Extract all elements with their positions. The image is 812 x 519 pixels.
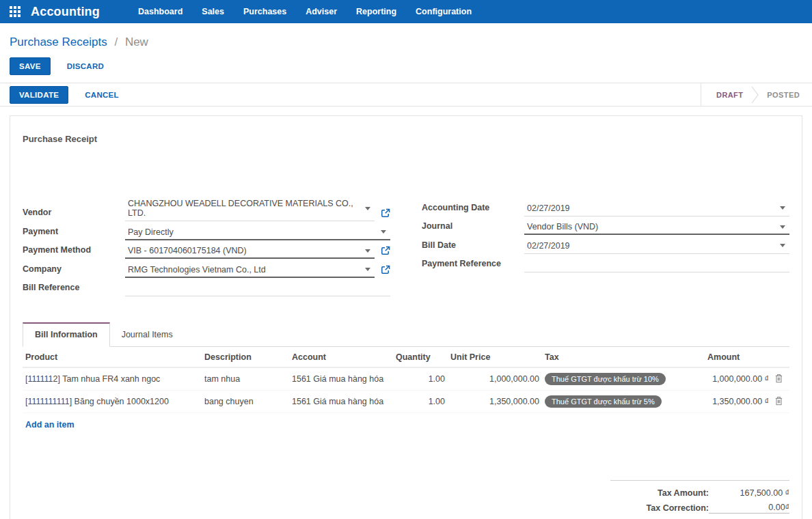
cell-unit-price[interactable]: 1,000,000.00 xyxy=(448,367,542,391)
payment-method-input[interactable]: VIB - 601704060175184 (VND) xyxy=(125,244,375,259)
nav-item-dashboard[interactable]: Dashboard xyxy=(131,7,189,16)
nav-item-adviser[interactable]: Adviser xyxy=(299,7,344,16)
form-left-column: Vendor CHANGZHOU WEADELL DECORATIVE MATE… xyxy=(23,197,390,296)
sheet-title: Purchase Receipt xyxy=(23,134,789,144)
company-label: Company xyxy=(23,264,125,278)
col-header-description[interactable]: Description xyxy=(202,347,289,367)
accounting-date-input[interactable]: 02/27/2019 xyxy=(524,202,789,216)
field-accounting-date: Accounting Date 02/27/2019 xyxy=(422,197,789,216)
apps-grid-icon[interactable] xyxy=(10,6,21,17)
table-row[interactable]: [1111112] Tam nhua FR4 xanh ngoc tam nhu… xyxy=(23,367,789,391)
cell-quantity[interactable]: 1.00 xyxy=(393,367,448,391)
notebook-tabs: Bill Information Journal Items xyxy=(23,322,789,347)
nav-item-reporting[interactable]: Reporting xyxy=(349,7,403,16)
payment-method-dropdown-caret-icon[interactable] xyxy=(365,249,370,253)
company-input[interactable]: RMG Technologies Vietnam Co., Ltd xyxy=(125,264,375,278)
col-header-quantity[interactable]: Quantity xyxy=(393,347,448,367)
payment-reference-label: Payment Reference xyxy=(422,259,524,272)
field-payment: Payment Pay Directly xyxy=(23,221,390,240)
delete-row-icon[interactable] xyxy=(774,374,783,383)
cell-product[interactable]: [1111112] Tam nhua FR4 xanh ngoc xyxy=(23,367,202,391)
tax-correction-input[interactable]: 0.00₫ xyxy=(709,503,789,514)
nav-item-purchases[interactable]: Purchases xyxy=(236,7,293,16)
cell-row-actions xyxy=(772,391,789,413)
nav-item-sales[interactable]: Sales xyxy=(195,7,231,16)
vendor-dropdown-caret-icon[interactable] xyxy=(365,207,370,210)
accounting-date-dropdown-caret-icon[interactable] xyxy=(780,206,785,210)
cell-description[interactable]: bang chuyen xyxy=(202,391,289,413)
journal-select[interactable]: Vendor Bills (VND) xyxy=(524,221,789,235)
field-bill-reference: Bill Reference xyxy=(23,278,390,297)
vendor-label: Vendor xyxy=(23,208,125,221)
tax-amount-value: 167,500.00 ₫ xyxy=(709,488,789,498)
payment-method-label: Payment Method xyxy=(23,245,125,259)
vendor-input[interactable]: CHANGZHOU WEADELL DECORATIVE MATERIALS C… xyxy=(125,197,375,221)
payment-reference-input[interactable] xyxy=(524,258,789,272)
company-dropdown-caret-icon[interactable] xyxy=(365,268,370,271)
payment-method-external-link-icon[interactable] xyxy=(381,246,390,255)
cell-description[interactable]: tam nhua xyxy=(202,367,289,391)
journal-dropdown-caret-icon[interactable] xyxy=(780,225,785,229)
cancel-button[interactable]: CANCEL xyxy=(81,90,123,100)
cell-tax: Thuế GTGT được khấu trừ 10% xyxy=(542,367,705,391)
save-button[interactable]: SAVE xyxy=(10,57,51,75)
statusbar: VALIDATE CANCEL DRAFT POSTED xyxy=(0,83,812,107)
cell-account[interactable]: 1561 Giá mua hàng hóa xyxy=(289,391,393,413)
status-posted[interactable]: POSTED xyxy=(767,91,800,99)
payment-select[interactable]: Pay Directly xyxy=(125,226,390,240)
add-an-item-link[interactable]: Add an item xyxy=(23,413,77,436)
breadcrumb-separator: / xyxy=(114,36,118,48)
breadcrumb-purchase-receipts[interactable]: Purchase Receipts xyxy=(10,36,107,48)
app-title[interactable]: Accounting xyxy=(31,5,100,19)
table-row[interactable]: [1111111111] Băng chuyền 1000x1200 bang … xyxy=(23,391,789,413)
field-company: Company RMG Technologies Vietnam Co., Lt… xyxy=(23,259,390,278)
field-journal: Journal Vendor Bills (VND) xyxy=(422,216,789,236)
cell-amount: 1,000,000.00 ₫ xyxy=(705,367,772,391)
tab-bill-information[interactable]: Bill Information xyxy=(23,322,110,347)
total-row-tax-amount: Tax Amount: 167,500.00 ₫ xyxy=(610,486,789,501)
bill-reference-input[interactable] xyxy=(125,282,390,296)
top-navbar: Accounting Dashboard Sales Purchases Adv… xyxy=(0,0,812,23)
col-header-unit-price[interactable]: Unit Price xyxy=(448,347,542,367)
breadcrumb: Purchase Receipts / New xyxy=(0,23,812,49)
record-actions: SAVE DISCARD xyxy=(0,49,812,83)
cell-quantity[interactable]: 1.00 xyxy=(393,391,448,413)
tax-amount-label: Tax Amount: xyxy=(658,488,709,498)
tax-badge[interactable]: Thuế GTGT được khấu trừ 5% xyxy=(545,395,662,408)
delete-row-icon[interactable] xyxy=(774,396,783,406)
form-sheet: Purchase Receipt Vendor CHANGZHOU WEADEL… xyxy=(10,115,802,519)
col-header-actions xyxy=(772,347,789,367)
vendor-external-link-icon[interactable] xyxy=(381,208,390,218)
col-header-tax[interactable]: Tax xyxy=(542,347,705,367)
cell-unit-price[interactable]: 1,350,000.00 xyxy=(448,391,542,413)
journal-label: Journal xyxy=(422,221,524,235)
form-fields: Vendor CHANGZHOU WEADELL DECORATIVE MATE… xyxy=(23,197,789,296)
field-payment-method: Payment Method VIB - 601704060175184 (VN… xyxy=(23,240,390,260)
status-pipeline: DRAFT POSTED xyxy=(701,83,812,106)
invoice-lines-table: Product Description Account Quantity Uni… xyxy=(23,347,789,413)
breadcrumb-current: New xyxy=(125,36,148,48)
col-header-amount[interactable]: Amount xyxy=(705,347,772,367)
nav-item-configuration[interactable]: Configuration xyxy=(409,7,478,16)
company-external-link-icon[interactable] xyxy=(381,265,390,275)
cell-product[interactable]: [1111111111] Băng chuyền 1000x1200 xyxy=(23,391,202,413)
bill-date-label: Bill Date xyxy=(422,240,524,254)
bill-date-dropdown-caret-icon[interactable] xyxy=(780,244,785,247)
discard-button[interactable]: DISCARD xyxy=(63,61,109,71)
field-payment-reference: Payment Reference xyxy=(422,254,789,273)
totals-block: Tax Amount: 167,500.00 ₫ Tax Correction:… xyxy=(610,480,789,519)
tax-badge[interactable]: Thuế GTGT được khấu trừ 10% xyxy=(545,373,666,385)
bill-date-input[interactable]: 02/27/2019 xyxy=(524,240,789,254)
col-header-account[interactable]: Account xyxy=(289,347,393,367)
tab-journal-items[interactable]: Journal Items xyxy=(110,323,185,346)
col-header-product[interactable]: Product xyxy=(23,347,202,367)
status-chevron-icon xyxy=(751,86,759,104)
form-right-column: Accounting Date 02/27/2019 Journal Vendo… xyxy=(422,197,789,272)
main-menu: Dashboard Sales Purchases Adviser Report… xyxy=(131,7,484,16)
status-draft[interactable]: DRAFT xyxy=(716,91,743,99)
validate-button[interactable]: VALIDATE xyxy=(10,86,68,104)
field-bill-date: Bill Date 02/27/2019 xyxy=(422,235,789,254)
bill-reference-label: Bill Reference xyxy=(23,283,125,296)
payment-dropdown-caret-icon[interactable] xyxy=(381,230,386,234)
cell-account[interactable]: 1561 Giá mua hàng hóa xyxy=(289,367,393,391)
